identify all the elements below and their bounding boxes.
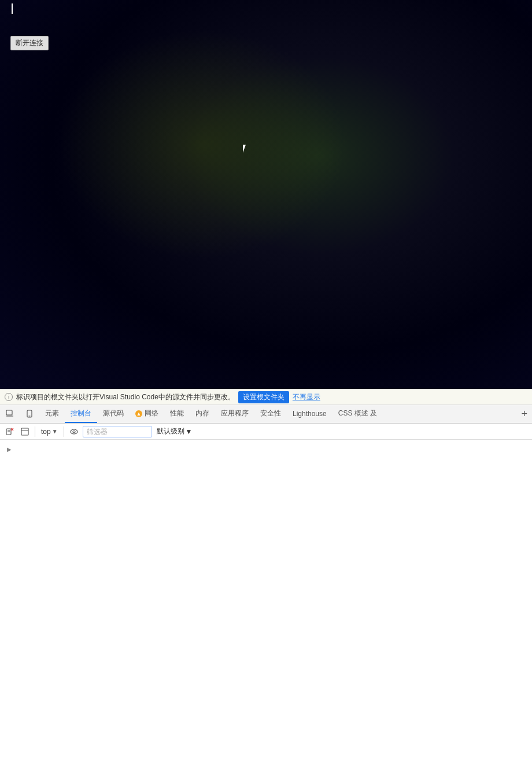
tab-lighthouse-label: Lighthouse <box>293 410 327 418</box>
svg-rect-0 <box>6 410 12 415</box>
eye-icon <box>70 428 78 435</box>
tab-performance[interactable]: 性能 <box>164 405 190 423</box>
clear-console-button[interactable] <box>3 425 16 438</box>
text-cursor <box>12 3 13 14</box>
console-toolbar: top ▼ 默认级别 ▼ <box>0 424 532 440</box>
filter-input[interactable] <box>83 426 152 437</box>
inspect-icon <box>6 410 14 418</box>
tab-spacer <box>383 405 516 423</box>
setup-root-folder-button[interactable]: 设置根文件夹 <box>238 391 289 403</box>
level-chevron-icon: ▼ <box>186 428 193 436</box>
context-label: top <box>41 428 51 436</box>
level-label: 默认级别 <box>157 426 184 436</box>
info-bar: i 标识项目的根文件夹以打开Visual Studio Code中的源文件并同步… <box>0 389 532 405</box>
console-content: ▶ <box>0 440 532 765</box>
expand-arrow-icon[interactable]: ▶ <box>5 444 14 454</box>
tab-sources-label: 源代码 <box>103 409 124 418</box>
tab-network[interactable]: ▲ 网络 <box>130 405 164 423</box>
eye-button[interactable] <box>68 425 80 438</box>
svg-point-11 <box>71 429 77 434</box>
tab-elements[interactable]: 元素 <box>39 405 65 423</box>
context-selector[interactable]: top ▼ <box>39 426 60 437</box>
info-bar-text: 标识项目的根文件夹以打开Visual Studio Code中的源文件并同步更改… <box>16 392 235 402</box>
tab-application[interactable]: 应用程序 <box>215 405 254 423</box>
viewport: 断开连接 <box>0 0 532 389</box>
dismiss-button[interactable]: 不再显示 <box>293 392 320 402</box>
tab-sources[interactable]: 源代码 <box>97 405 130 423</box>
tab-css-overview-label: CSS 概述 及 <box>338 409 377 418</box>
tab-device[interactable] <box>20 405 39 423</box>
expand-console-button[interactable] <box>19 425 31 438</box>
tab-security[interactable]: 安全性 <box>254 405 287 423</box>
tab-elements-label: 元素 <box>45 409 59 418</box>
clear-icon <box>6 428 14 436</box>
toolbar-separator-1 <box>35 426 35 437</box>
tab-memory[interactable]: 内存 <box>190 405 215 423</box>
tab-memory-label: 内存 <box>195 409 209 418</box>
mouse-cursor <box>243 145 250 155</box>
level-selector[interactable]: 默认级别 ▼ <box>154 425 195 437</box>
console-row[interactable]: ▶ <box>0 442 532 456</box>
context-chevron-icon: ▼ <box>52 428 58 435</box>
tab-network-label: 网络 <box>145 409 158 418</box>
network-warning-icon: ▲ <box>135 410 142 417</box>
tab-console-label: 控制台 <box>71 409 91 418</box>
device-icon <box>25 410 34 418</box>
tab-security-label: 安全性 <box>260 409 281 418</box>
disconnect-button[interactable]: 断开连接 <box>10 36 49 50</box>
expand-icon <box>21 428 29 436</box>
tab-application-label: 应用程序 <box>221 409 249 418</box>
svg-rect-9 <box>21 428 28 435</box>
info-icon: i <box>5 393 13 401</box>
tab-performance-label: 性能 <box>170 409 184 418</box>
tab-css-overview[interactable]: CSS 概述 及 <box>332 405 383 423</box>
devtools-tab-bar: 元素 控制台 源代码 ▲ 网络 性能 内存 应用程序 安全性 Lighthous… <box>0 405 532 424</box>
tab-lighthouse[interactable]: Lighthouse <box>287 405 332 423</box>
tab-inspect[interactable] <box>0 405 20 423</box>
more-tabs-button[interactable]: + <box>516 405 532 423</box>
svg-point-12 <box>73 431 75 433</box>
toolbar-separator-2 <box>64 426 64 437</box>
tab-console[interactable]: 控制台 <box>65 405 97 423</box>
